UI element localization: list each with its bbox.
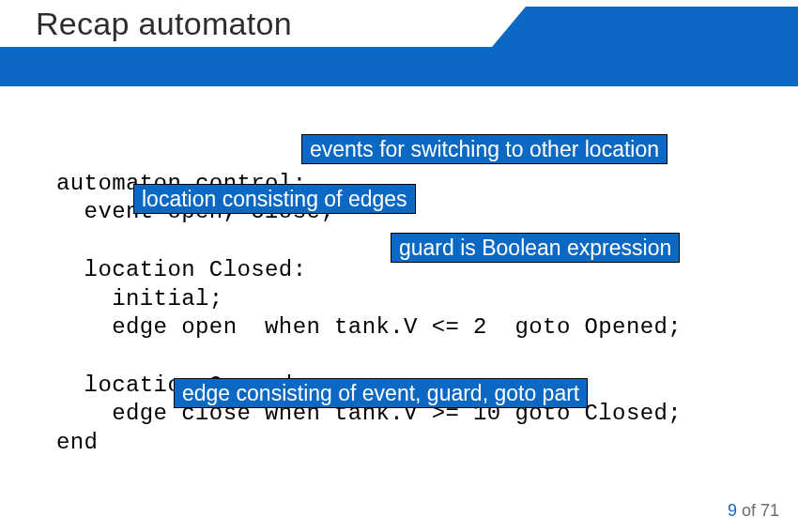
code-line: initial; bbox=[56, 286, 223, 312]
callout-guard: guard is Boolean expression bbox=[391, 233, 680, 263]
code-blank bbox=[56, 343, 70, 369]
code-line: end bbox=[56, 430, 98, 455]
slide-title: Recap automaton bbox=[36, 6, 292, 42]
header-tab-accent bbox=[526, 7, 798, 47]
page-total: 71 bbox=[760, 501, 779, 520]
code-line: location Closed: bbox=[56, 257, 306, 282]
page-current: 9 bbox=[728, 501, 737, 520]
code-blank bbox=[56, 228, 70, 253]
code-line: edge open when tank.V <= 2 goto Opened; bbox=[56, 314, 682, 340]
callout-events: events for switching to other location bbox=[301, 134, 668, 164]
callout-edge: edge consisting of event, guard, goto pa… bbox=[174, 378, 588, 408]
header-stripe bbox=[0, 47, 798, 86]
page-of: of bbox=[742, 501, 760, 520]
page-footer: 9 of 71 bbox=[728, 501, 779, 521]
callout-location: location consisting of edges bbox=[133, 184, 416, 214]
slide-header: Recap automaton bbox=[0, 0, 798, 79]
